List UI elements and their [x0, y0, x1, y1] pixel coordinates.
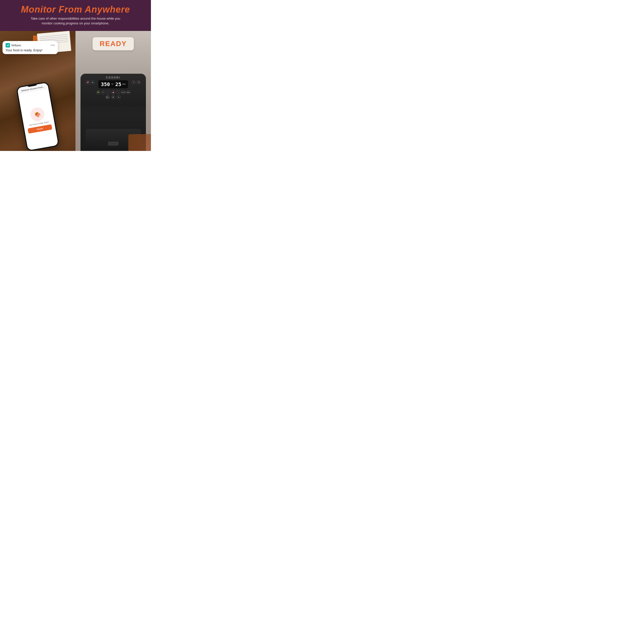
fryer-button-chicken[interactable]: 🍗 [137, 80, 141, 84]
fryer-button-plus[interactable]: + [116, 90, 120, 94]
food-decoration [128, 134, 151, 151]
fryer-button-veg[interactable]: 🥦 [96, 90, 100, 94]
right-panel: READY COSORI 🥩 🐟 350 °F 25 [75, 31, 151, 151]
brand-label: COSORI [106, 76, 120, 79]
fryer-button-playpause[interactable]: ⏯ [117, 95, 121, 99]
drawer-handle[interactable] [108, 142, 118, 145]
header-subtitle: Take care of other responsibilities arou… [8, 16, 143, 26]
fryer-button-seafood[interactable]: 🐟 [91, 80, 95, 84]
notification-message: Your food is ready. Enjoy! [6, 48, 55, 52]
fryer-button-keep-warm[interactable]: KEEP WARM [106, 95, 110, 99]
fryer-button-bake[interactable]: BAKE [126, 90, 130, 94]
left-panel: VeSync now Your food is ready. Enjoy! Ba… [0, 31, 75, 151]
fryer-button-steak[interactable]: 🥩 [86, 80, 90, 84]
fryer-button-toast[interactable]: TOAST [121, 90, 125, 94]
app-name: VeSync [11, 44, 21, 47]
fryer-display: 350 °F 25 MIN [98, 80, 128, 88]
ready-badge: READY [93, 37, 134, 50]
main-title: Monitor From Anywhere [8, 5, 143, 15]
vesync-icon [6, 43, 10, 48]
app-info: VeSync [6, 43, 21, 48]
vesync-notification: VeSync now Your food is ready. Enjoy! [3, 41, 58, 54]
fryer-button-minus[interactable]: − [106, 90, 110, 94]
temperature-display: 350 [101, 81, 110, 87]
time-display: 25 [115, 81, 121, 87]
notification-time: now [50, 44, 55, 47]
time-unit: MIN [122, 83, 126, 85]
food-illustration: 🍖 [29, 106, 46, 122]
fryer-button-freeze[interactable]: ❄ [132, 80, 136, 84]
content-panels: VeSync now Your food is ready. Enjoy! Ba… [0, 31, 151, 151]
fryer-button-timer[interactable]: ⏱ [101, 90, 105, 94]
fryer-button-power[interactable]: ⏻ [111, 95, 115, 99]
fryer-control-panel: COSORI 🥩 🐟 350 °F 25 MIN ❄ [81, 74, 146, 106]
ready-label: READY [100, 40, 127, 48]
fryer-button-sleep[interactable]: ⏰ [111, 90, 115, 94]
header-section: Monitor From Anywhere Take care of other… [0, 0, 151, 31]
temp-unit: °F [111, 83, 113, 86]
notification-header: VeSync now [6, 43, 55, 48]
